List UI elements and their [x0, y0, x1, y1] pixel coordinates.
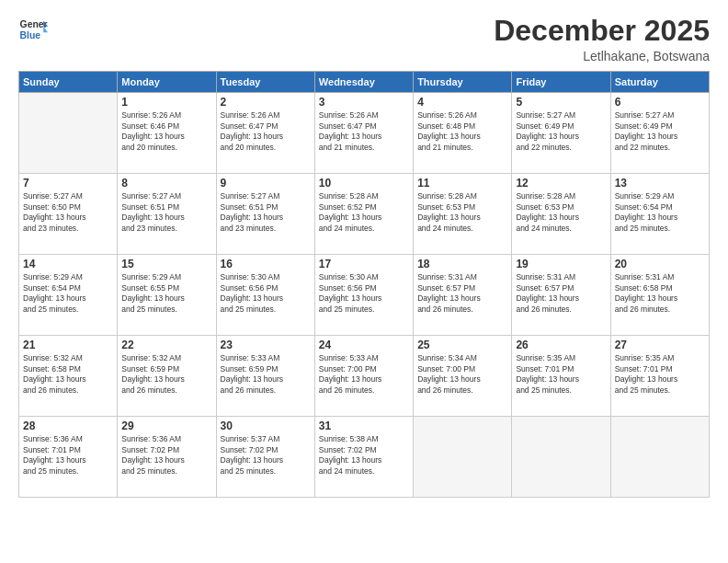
day-info: Sunrise: 5:29 AM Sunset: 6:55 PM Dayligh… [121, 272, 211, 315]
day-number: 11 [417, 177, 507, 190]
day-info: Sunrise: 5:27 AM Sunset: 6:50 PM Dayligh… [23, 191, 113, 234]
day-info: Sunrise: 5:33 AM Sunset: 7:00 PM Dayligh… [319, 353, 409, 396]
day-cell: 11Sunrise: 5:28 AM Sunset: 6:53 PM Dayli… [414, 174, 512, 255]
day-info: Sunrise: 5:32 AM Sunset: 6:59 PM Dayligh… [121, 353, 211, 396]
title-block: December 2025 Letlhakane, Botswana [494, 15, 710, 63]
day-number: 18 [417, 258, 507, 270]
day-cell [610, 417, 709, 498]
col-header-saturday: Saturday [610, 72, 709, 93]
week-row-1: 1Sunrise: 5:26 AM Sunset: 6:46 PM Daylig… [19, 93, 710, 174]
day-info: Sunrise: 5:31 AM Sunset: 6:57 PM Dayligh… [516, 272, 606, 315]
day-info: Sunrise: 5:29 AM Sunset: 6:54 PM Dayligh… [23, 272, 113, 315]
calendar: SundayMondayTuesdayWednesdayThursdayFrid… [18, 71, 710, 498]
col-header-friday: Friday [512, 72, 610, 93]
day-info: Sunrise: 5:36 AM Sunset: 7:02 PM Dayligh… [121, 434, 211, 477]
day-info: Sunrise: 5:27 AM Sunset: 6:49 PM Dayligh… [615, 110, 705, 153]
logo: General Blue [18, 15, 48, 44]
day-cell: 17Sunrise: 5:30 AM Sunset: 6:56 PM Dayli… [314, 255, 413, 336]
day-number: 2 [221, 96, 311, 109]
day-number: 10 [319, 177, 409, 190]
day-info: Sunrise: 5:27 AM Sunset: 6:49 PM Dayligh… [516, 110, 606, 153]
day-info: Sunrise: 5:29 AM Sunset: 6:54 PM Dayligh… [615, 191, 705, 234]
week-row-3: 14Sunrise: 5:29 AM Sunset: 6:54 PM Dayli… [19, 255, 710, 336]
day-info: Sunrise: 5:34 AM Sunset: 7:00 PM Dayligh… [417, 353, 507, 396]
day-number: 4 [417, 96, 507, 109]
day-cell: 2Sunrise: 5:26 AM Sunset: 6:47 PM Daylig… [216, 93, 314, 174]
day-number: 14 [23, 258, 113, 270]
day-cell: 12Sunrise: 5:28 AM Sunset: 6:53 PM Dayli… [512, 174, 610, 255]
month-title: December 2025 [494, 15, 710, 47]
col-header-tuesday: Tuesday [216, 72, 314, 93]
day-number: 25 [417, 339, 507, 351]
day-number: 21 [23, 339, 113, 351]
day-number: 6 [615, 96, 705, 109]
day-cell [19, 93, 118, 174]
day-cell: 7Sunrise: 5:27 AM Sunset: 6:50 PM Daylig… [19, 174, 118, 255]
day-number: 7 [23, 177, 113, 190]
day-cell: 29Sunrise: 5:36 AM Sunset: 7:02 PM Dayli… [118, 417, 216, 498]
day-info: Sunrise: 5:27 AM Sunset: 6:51 PM Dayligh… [221, 191, 311, 234]
day-cell: 28Sunrise: 5:36 AM Sunset: 7:01 PM Dayli… [19, 417, 118, 498]
day-info: Sunrise: 5:35 AM Sunset: 7:01 PM Dayligh… [615, 353, 705, 396]
day-cell: 3Sunrise: 5:26 AM Sunset: 6:47 PM Daylig… [314, 93, 413, 174]
header-row: SundayMondayTuesdayWednesdayThursdayFrid… [19, 72, 710, 93]
day-number: 16 [221, 258, 311, 270]
col-header-monday: Monday [118, 72, 216, 93]
day-cell: 23Sunrise: 5:33 AM Sunset: 6:59 PM Dayli… [216, 336, 314, 417]
day-number: 5 [516, 96, 606, 109]
day-cell: 26Sunrise: 5:35 AM Sunset: 7:01 PM Dayli… [512, 336, 610, 417]
day-number: 15 [121, 258, 211, 270]
day-cell [512, 417, 610, 498]
header: General Blue December 2025 Letlhakane, B… [18, 15, 710, 63]
day-cell: 25Sunrise: 5:34 AM Sunset: 7:00 PM Dayli… [414, 336, 512, 417]
day-info: Sunrise: 5:31 AM Sunset: 6:58 PM Dayligh… [615, 272, 705, 315]
day-cell: 10Sunrise: 5:28 AM Sunset: 6:52 PM Dayli… [314, 174, 413, 255]
day-cell: 20Sunrise: 5:31 AM Sunset: 6:58 PM Dayli… [610, 255, 709, 336]
day-number: 26 [516, 339, 606, 351]
week-row-2: 7Sunrise: 5:27 AM Sunset: 6:50 PM Daylig… [19, 174, 710, 255]
day-cell: 16Sunrise: 5:30 AM Sunset: 6:56 PM Dayli… [216, 255, 314, 336]
day-cell: 4Sunrise: 5:26 AM Sunset: 6:48 PM Daylig… [414, 93, 512, 174]
day-info: Sunrise: 5:30 AM Sunset: 6:56 PM Dayligh… [319, 272, 409, 315]
day-cell: 21Sunrise: 5:32 AM Sunset: 6:58 PM Dayli… [19, 336, 118, 417]
day-info: Sunrise: 5:33 AM Sunset: 6:59 PM Dayligh… [221, 353, 311, 396]
day-info: Sunrise: 5:26 AM Sunset: 6:48 PM Dayligh… [417, 110, 507, 153]
day-cell: 1Sunrise: 5:26 AM Sunset: 6:46 PM Daylig… [118, 93, 216, 174]
day-cell: 15Sunrise: 5:29 AM Sunset: 6:55 PM Dayli… [118, 255, 216, 336]
day-cell: 31Sunrise: 5:38 AM Sunset: 7:02 PM Dayli… [314, 417, 413, 498]
day-info: Sunrise: 5:27 AM Sunset: 6:51 PM Dayligh… [121, 191, 211, 234]
day-cell: 14Sunrise: 5:29 AM Sunset: 6:54 PM Dayli… [19, 255, 118, 336]
day-number: 17 [319, 258, 409, 270]
day-number: 8 [121, 177, 211, 190]
day-number: 31 [319, 419, 409, 432]
day-info: Sunrise: 5:31 AM Sunset: 6:57 PM Dayligh… [417, 272, 507, 315]
day-info: Sunrise: 5:32 AM Sunset: 6:58 PM Dayligh… [23, 353, 113, 396]
day-number: 12 [516, 177, 606, 190]
day-number: 20 [615, 258, 705, 270]
day-info: Sunrise: 5:30 AM Sunset: 6:56 PM Dayligh… [221, 272, 311, 315]
day-number: 19 [516, 258, 606, 270]
day-number: 28 [23, 419, 113, 432]
day-info: Sunrise: 5:35 AM Sunset: 7:01 PM Dayligh… [516, 353, 606, 396]
day-cell: 18Sunrise: 5:31 AM Sunset: 6:57 PM Dayli… [414, 255, 512, 336]
week-row-4: 21Sunrise: 5:32 AM Sunset: 6:58 PM Dayli… [19, 336, 710, 417]
week-row-5: 28Sunrise: 5:36 AM Sunset: 7:01 PM Dayli… [19, 417, 710, 498]
day-cell: 8Sunrise: 5:27 AM Sunset: 6:51 PM Daylig… [118, 174, 216, 255]
day-info: Sunrise: 5:36 AM Sunset: 7:01 PM Dayligh… [23, 434, 113, 477]
col-header-sunday: Sunday [19, 72, 118, 93]
page: General Blue December 2025 Letlhakane, B… [0, 0, 728, 563]
day-cell: 19Sunrise: 5:31 AM Sunset: 6:57 PM Dayli… [512, 255, 610, 336]
location-subtitle: Letlhakane, Botswana [494, 49, 710, 63]
day-info: Sunrise: 5:26 AM Sunset: 6:46 PM Dayligh… [121, 110, 211, 153]
day-number: 9 [221, 177, 311, 190]
day-number: 13 [615, 177, 705, 190]
day-cell: 24Sunrise: 5:33 AM Sunset: 7:00 PM Dayli… [314, 336, 413, 417]
day-info: Sunrise: 5:28 AM Sunset: 6:53 PM Dayligh… [417, 191, 507, 234]
day-number: 29 [121, 419, 211, 432]
day-info: Sunrise: 5:26 AM Sunset: 6:47 PM Dayligh… [319, 110, 409, 153]
logo-icon: General Blue [18, 15, 48, 44]
day-cell: 27Sunrise: 5:35 AM Sunset: 7:01 PM Dayli… [610, 336, 709, 417]
day-number: 23 [221, 339, 311, 351]
day-number: 30 [221, 419, 311, 432]
day-info: Sunrise: 5:26 AM Sunset: 6:47 PM Dayligh… [221, 110, 311, 153]
